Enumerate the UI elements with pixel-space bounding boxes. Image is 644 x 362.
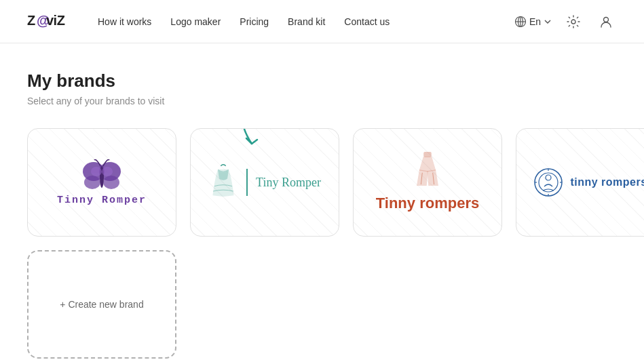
main-content: My brands Select any of your brands to v… — [0, 43, 644, 362]
globe-icon — [514, 16, 527, 28]
logo[interactable]: Z @ viZ — [27, 10, 76, 33]
brand1-name: Tinny Romper — [57, 195, 147, 206]
arrow-decoration — [231, 128, 286, 153]
brand-card-3-content: Tinny rompers — [376, 152, 479, 214]
brand4-emblem-icon — [533, 167, 563, 197]
brand-card-2-content: Tiny Romper — [208, 163, 321, 201]
svg-point-12 — [103, 176, 119, 189]
settings-button[interactable] — [563, 11, 584, 33]
chevron-down-icon — [544, 18, 552, 26]
svg-point-14 — [91, 167, 102, 176]
svg-text:viZ: viZ — [46, 13, 65, 28]
gear-icon — [567, 15, 580, 28]
brand4-logo: tinny rompers — [533, 167, 644, 197]
brand4-name: tinny rompers — [570, 176, 644, 188]
nav-brand-kit[interactable]: Brand kit — [288, 16, 325, 27]
user-icon — [599, 15, 613, 28]
svg-point-15 — [102, 167, 113, 176]
brand3-name: Tinny rompers — [376, 194, 479, 214]
brand2-divider — [246, 169, 248, 196]
brand-card-4-content: tinny rompers — [533, 167, 644, 197]
brand2-name: Tiny Romper — [256, 176, 321, 190]
second-row: + Create new brand — [27, 250, 617, 359]
header: Z @ viZ How it works Logo maker Pricing … — [0, 0, 644, 43]
nav-how-it-works[interactable]: How it works — [98, 16, 151, 27]
language-selector[interactable]: En — [514, 16, 552, 28]
lang-label: En — [529, 16, 541, 27]
svg-point-23 — [546, 175, 551, 180]
nav-pricing[interactable]: Pricing — [240, 16, 269, 27]
page-subtitle: Select any of your brands to visit — [27, 96, 617, 106]
svg-point-8 — [604, 17, 609, 22]
nav-logo-maker[interactable]: Logo maker — [170, 16, 221, 27]
brand1-logo: Tinny Romper — [57, 159, 147, 206]
svg-rect-18 — [423, 152, 432, 157]
svg-point-7 — [571, 20, 575, 24]
page-title: My brands — [27, 71, 617, 92]
brand2-logo: Tiny Romper — [208, 163, 321, 201]
header-left: Z @ viZ How it works Logo maker Pricing … — [27, 10, 390, 33]
romper-icon — [414, 152, 441, 186]
brand-card-1-content: Tinny Romper — [57, 159, 147, 206]
svg-text:Z: Z — [27, 13, 35, 28]
main-nav: How it works Logo maker Pricing Brand ki… — [98, 16, 390, 27]
brand-card-4[interactable]: tinny rompers — [516, 128, 644, 237]
user-button[interactable] — [595, 11, 617, 33]
create-brand-label: + Create new brand — [60, 299, 143, 310]
brand-card-1[interactable]: Tinny Romper — [27, 128, 176, 237]
create-brand-card[interactable]: + Create new brand — [27, 250, 176, 359]
nav-contact-us[interactable]: Contact us — [344, 16, 390, 27]
brand-card-3[interactable]: Tinny rompers — [353, 128, 502, 237]
svg-point-10 — [84, 176, 100, 189]
header-right: En — [514, 11, 617, 33]
butterfly-icon — [81, 159, 122, 192]
brand-card-2[interactable]: Tiny Romper — [190, 128, 339, 237]
dress-icon — [208, 163, 238, 201]
brand-grid: Tinny Romper — [27, 128, 617, 237]
